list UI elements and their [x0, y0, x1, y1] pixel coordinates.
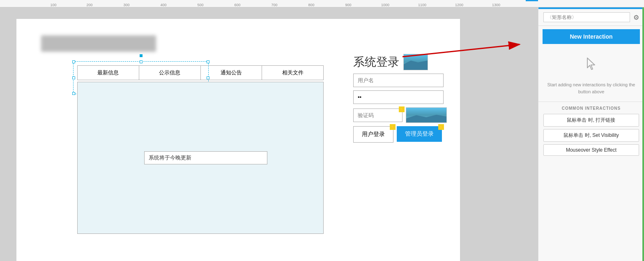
captcha-badge: ⚡: [399, 106, 405, 112]
right-panel: ⚙ New Interaction Start adding new inter…: [538, 7, 644, 261]
new-interaction-button[interactable]: New Interaction: [543, 29, 640, 44]
content-text: 系统将于今晚更新: [144, 151, 267, 164]
interaction-mouseover[interactable]: Mouseover Style Effect: [543, 144, 639, 156]
ruler-mark: 400: [160, 3, 166, 7]
handle-tr: [207, 60, 209, 63]
handle-tl: [72, 60, 75, 63]
handle-top-arrow: [140, 54, 143, 57]
content-area: 系统将于今晚更新: [77, 82, 324, 234]
admin-login-badge: ⚡: [438, 124, 444, 130]
tabs-container: 最新信息 公示信息 通知公告 相关文件: [77, 65, 324, 80]
tab-item-xiangguan[interactable]: 相关文件: [262, 66, 323, 80]
login-buttons: 用户登录 ⚡ 管理员登录 ⚡: [353, 126, 460, 143]
ruler-mark: 1200: [455, 3, 463, 7]
ruler-mark: 800: [308, 3, 314, 7]
ruler-mark: 700: [271, 3, 277, 7]
captcha-input[interactable]: [353, 109, 402, 122]
password-field[interactable]: [353, 90, 444, 104]
panel-header: ⚙: [538, 9, 644, 26]
login-image: [403, 54, 428, 70]
interaction-hint: Start adding new interactions by clickin…: [538, 47, 644, 102]
settings-icon[interactable]: ⚙: [633, 14, 639, 21]
handle-tm: [140, 60, 143, 63]
hint-text: Start adding new interactions by clickin…: [547, 81, 636, 95]
right-edge-stripe: [642, 7, 644, 261]
design-canvas: 最新信息 公示信息 通知公告 相关文件 系统将于今晚更新 系统登录: [16, 19, 460, 261]
ruler-mark: 1100: [418, 3, 426, 7]
handle-bl: [72, 92, 75, 95]
login-title: 系统登录: [353, 54, 460, 70]
captcha-image: [406, 107, 447, 123]
cursor-icon: [582, 54, 601, 77]
ruler-mark: 300: [123, 3, 129, 7]
ruler-mark: 500: [197, 3, 203, 7]
canvas-area: 最新信息 公示信息 通知公告 相关文件 系统将于今晚更新 系统登录: [0, 7, 538, 261]
user-login-button[interactable]: 用户登录: [353, 126, 393, 143]
user-login-badge: ⚡: [390, 124, 396, 130]
blurred-header: [41, 35, 156, 52]
admin-login-button[interactable]: 管理员登录: [397, 126, 442, 142]
interaction-open-link[interactable]: 鼠标单击 时, 打开链接: [543, 114, 639, 127]
ruler: 100 200 300 400 500 600 700 800 900 1000…: [0, 0, 644, 7]
ruler-mark: 1300: [492, 3, 500, 7]
login-title-text: 系统登录: [353, 54, 399, 70]
interaction-set-visibility[interactable]: 鼠标单击 时, Set Visibility: [543, 129, 639, 142]
main-layout: 最新信息 公示信息 通知公告 相关文件 系统将于今晚更新 系统登录: [0, 7, 644, 261]
ruler-mark: 900: [345, 3, 351, 7]
ruler-mark: 200: [86, 3, 92, 7]
rect-name-input[interactable]: [543, 12, 630, 22]
section-title: COMMON INTERACTIONS: [543, 106, 639, 111]
tab-item-tongzhi[interactable]: 通知公告: [201, 66, 262, 80]
ruler-mark: 600: [234, 3, 240, 7]
tab-item-gongshi[interactable]: 公示信息: [139, 66, 201, 80]
tab-item-zuixin[interactable]: 最新信息: [78, 66, 139, 80]
common-interactions-section: COMMON INTERACTIONS 鼠标单击 时, 打开链接 鼠标单击 时,…: [538, 102, 644, 162]
ruler-mark: 1000: [381, 3, 389, 7]
captcha-row: ⚡: [353, 107, 460, 123]
handle-ml: [72, 76, 75, 79]
ruler-mark: 100: [50, 3, 56, 7]
login-section: 系统登录 ⚡: [353, 54, 460, 143]
username-field[interactable]: [353, 74, 444, 87]
tabs-row: 最新信息 公示信息 通知公告 相关文件: [77, 65, 324, 80]
